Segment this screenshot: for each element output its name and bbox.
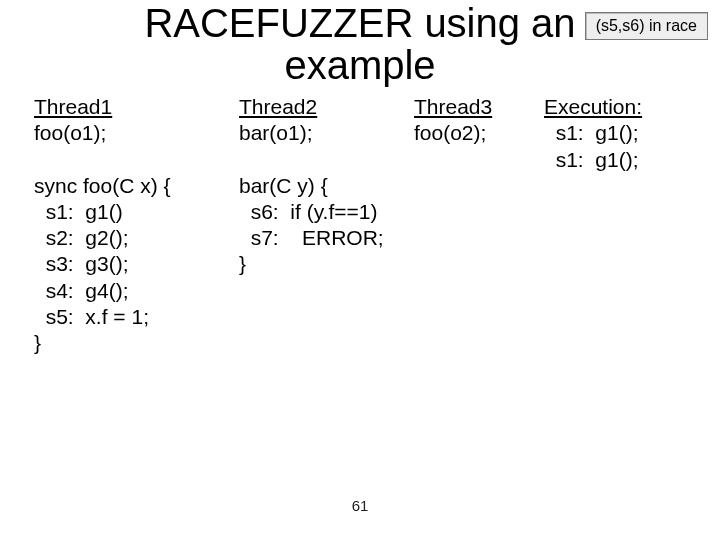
exec-line: s1: g1(); xyxy=(544,147,696,173)
bar-body: bar(C y) { s6: if (y.f==1) s7: ERROR; } xyxy=(239,173,414,278)
code-line: s3: g3(); xyxy=(34,251,239,277)
code-line: s7: ERROR; xyxy=(239,225,414,251)
thread3-column: Thread3 foo(o2); xyxy=(414,94,544,147)
thread3-header: Thread3 xyxy=(414,94,544,120)
title-line-2: example xyxy=(284,43,435,87)
race-badge: (s5,s6) in race xyxy=(585,12,708,40)
code-line: sync foo(C x) { xyxy=(34,173,239,199)
code-line: } xyxy=(239,251,414,277)
code-line: s2: g2(); xyxy=(34,225,239,251)
foo-body: sync foo(C x) { s1: g1() s2: g2(); s3: g… xyxy=(34,173,239,357)
exec-line: s1: g1(); xyxy=(544,120,696,146)
thread1-call: foo(o1); xyxy=(34,120,239,146)
code-line: bar(C y) { xyxy=(239,173,414,199)
thread3-call: foo(o2); xyxy=(414,120,544,146)
thread2-call: bar(o1); xyxy=(239,120,414,146)
page-number: 61 xyxy=(0,497,720,514)
columns: Thread1 foo(o1); sync foo(C x) { s1: g1(… xyxy=(0,94,720,356)
execution-header: Execution: xyxy=(544,94,696,120)
thread2-column: Thread2 bar(o1); bar(C y) { s6: if (y.f=… xyxy=(239,94,414,278)
code-line: s1: g1() xyxy=(34,199,239,225)
code-line: } xyxy=(34,330,239,356)
thread1-header: Thread1 xyxy=(34,94,239,120)
code-line: s5: x.f = 1; xyxy=(34,304,239,330)
thread1-column: Thread1 foo(o1); sync foo(C x) { s1: g1(… xyxy=(34,94,239,356)
title-line-1: RACEFUZZER using an xyxy=(144,1,575,45)
execution-column: Execution: s1: g1(); s1: g1(); xyxy=(544,94,696,173)
thread2-header: Thread2 xyxy=(239,94,414,120)
code-line: s4: g4(); xyxy=(34,278,239,304)
code-line: s6: if (y.f==1) xyxy=(239,199,414,225)
